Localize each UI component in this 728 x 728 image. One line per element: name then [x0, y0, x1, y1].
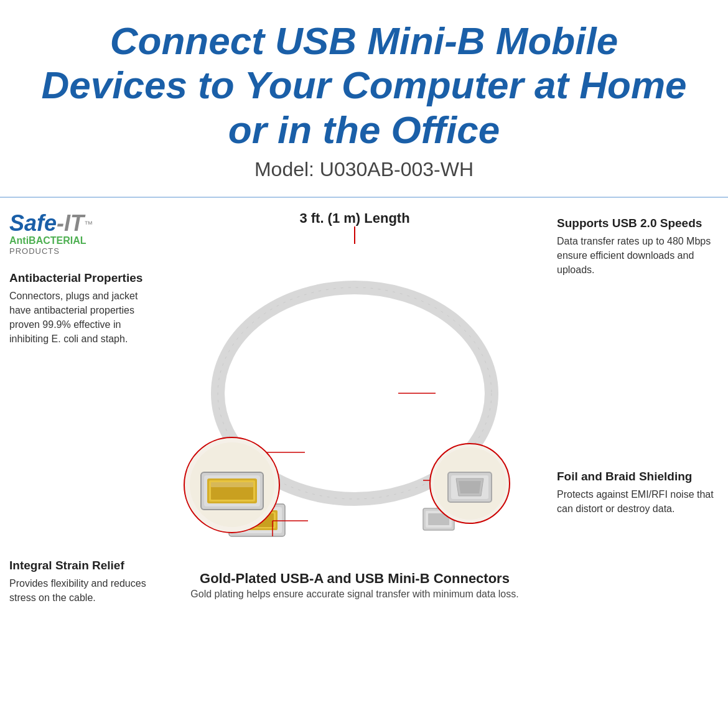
logo-antibacterial: AntiBACTERIAL: [9, 235, 152, 246]
usb-speed-text: Data transfer rates up to 480 Mbps ensur…: [557, 234, 725, 278]
strain-relief-text: Provides flexibility and reduces stress …: [9, 576, 152, 605]
logo-it: -IT: [57, 210, 84, 236]
header-section: Connect USB Mini-B Mobile Devices to You…: [0, 0, 728, 190]
header-divider: [0, 197, 728, 198]
strain-relief-feature: Integral Strain Relief Provides flexibil…: [9, 559, 152, 605]
logo-products: PRODUCTS: [9, 246, 152, 256]
logo-tm: ™: [84, 219, 93, 229]
length-label: 3 ft. (1 m) Length: [299, 210, 409, 226]
left-column: Safe-IT™ AntiBACTERIAL PRODUCTS Antibact…: [0, 204, 162, 625]
usb-speed-feature: Supports USB 2.0 Speeds Data transfer ra…: [557, 217, 725, 277]
usb-a-zoom: [184, 437, 280, 533]
center-column: 3 ft. (1 m) Length: [162, 204, 548, 601]
svg-marker-33: [459, 481, 481, 493]
shielding-text: Protects against EMI/RFI noise that can …: [557, 487, 725, 516]
usb-speed-title: Supports USB 2.0 Speeds: [557, 217, 725, 231]
shielding-feature: Foil and Braid Shielding Protects agains…: [557, 470, 725, 516]
antibacterial-feature: Antibacterial Properties Connectors, plu…: [9, 271, 152, 347]
connector-title: Gold-Plated USB-A and USB Mini-B Connect…: [190, 571, 518, 587]
shielding-title: Foil and Braid Shielding: [557, 470, 725, 484]
connector-desc: Gold plating helps ensure accurate signa…: [190, 587, 518, 601]
cable-image-area: [162, 244, 548, 567]
logo-safe: Safe: [9, 210, 57, 236]
svg-rect-28: [211, 482, 253, 487]
strain-relief-title: Integral Strain Relief: [9, 559, 152, 573]
main-title: Connect USB Mini-B Mobile Devices to You…: [37, 19, 691, 152]
safe-it-logo: Safe-IT™ AntiBACTERIAL PRODUCTS: [9, 210, 152, 256]
connector-bottom-label: Gold-Plated USB-A and USB Mini-B Connect…: [172, 571, 537, 601]
usb-mini-b-zoom: [429, 443, 510, 524]
length-line: [354, 226, 355, 244]
right-column: Supports USB 2.0 Speeds Data transfer ra…: [548, 204, 728, 536]
length-section: 3 ft. (1 m) Length: [299, 210, 409, 226]
model-number: Model: U030AB-003-WH: [37, 158, 691, 181]
antibacterial-text: Connectors, plugs and jacket have antiba…: [9, 289, 152, 347]
antibacterial-title: Antibacterial Properties: [9, 271, 152, 286]
